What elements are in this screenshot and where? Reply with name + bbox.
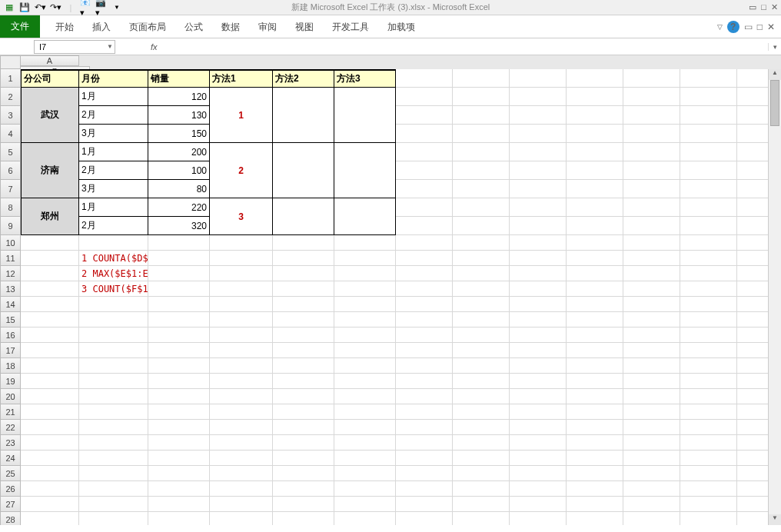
cell-G1[interactable] — [396, 69, 453, 88]
cell-K26[interactable] — [623, 481, 680, 497]
cell-I15[interactable] — [510, 312, 567, 328]
cell-C21[interactable] — [148, 404, 210, 420]
method1-value-2[interactable]: 3 — [210, 198, 273, 235]
row-header-28[interactable]: 28 — [0, 512, 21, 525]
cell-G25[interactable] — [396, 466, 453, 481]
fx-icon[interactable]: fx — [148, 42, 161, 52]
cell-E13[interactable] — [273, 281, 334, 297]
cell-B26[interactable] — [79, 481, 148, 497]
cell-G2[interactable] — [396, 88, 453, 106]
save-icon[interactable]: 💾 — [18, 2, 31, 14]
cell-A26[interactable] — [21, 481, 79, 497]
cell-K21[interactable] — [623, 404, 680, 420]
cell-J13[interactable] — [567, 281, 623, 297]
cell-H7[interactable] — [453, 180, 510, 198]
cell-F14[interactable] — [334, 297, 396, 312]
row-header-4[interactable]: 4 — [0, 125, 21, 143]
cell-I28[interactable] — [510, 512, 567, 525]
cell-G3[interactable] — [396, 106, 453, 125]
cell-G5[interactable] — [396, 143, 453, 161]
cell-D21[interactable] — [210, 404, 273, 420]
ribbon-minimize-icon[interactable]: ▽ — [717, 23, 723, 31]
cell-B10[interactable] — [79, 235, 148, 251]
cell-B20[interactable] — [79, 389, 148, 404]
row-header-6[interactable]: 6 — [0, 161, 21, 180]
cell-L9[interactable] — [680, 217, 737, 235]
row-header-11[interactable]: 11 — [0, 251, 21, 266]
cell-J18[interactable] — [567, 358, 623, 374]
cell-E10[interactable] — [273, 235, 334, 251]
cell-K3[interactable] — [623, 106, 680, 125]
cell-J22[interactable] — [567, 420, 623, 435]
cell-G19[interactable] — [396, 374, 453, 389]
cell-C19[interactable] — [148, 374, 210, 389]
cell-J14[interactable] — [567, 297, 623, 312]
merged-company-1[interactable]: 济南 — [21, 143, 79, 198]
cell-G6[interactable] — [396, 161, 453, 180]
cell-A27[interactable] — [21, 497, 79, 512]
cell-C8[interactable]: 220 — [148, 198, 210, 217]
cell-J12[interactable] — [567, 266, 623, 281]
cell-L13[interactable] — [680, 281, 737, 297]
cell-C18[interactable] — [148, 358, 210, 374]
tab-2[interactable]: 页面布局 — [120, 18, 175, 36]
row-header-27[interactable]: 27 — [0, 497, 21, 512]
cell-F25[interactable] — [334, 466, 396, 481]
cell-I26[interactable] — [510, 481, 567, 497]
cell-K27[interactable] — [623, 497, 680, 512]
cell-F15[interactable] — [334, 312, 396, 328]
cell-J15[interactable] — [567, 312, 623, 328]
cell-A13[interactable] — [21, 281, 79, 297]
cell-H27[interactable] — [453, 497, 510, 512]
cell-A15[interactable] — [21, 312, 79, 328]
cell-L15[interactable] — [680, 312, 737, 328]
cell-J16[interactable] — [567, 328, 623, 343]
cell-J25[interactable] — [567, 466, 623, 481]
cell-G4[interactable] — [396, 125, 453, 143]
cell-D17[interactable] — [210, 343, 273, 358]
cell-L20[interactable] — [680, 389, 737, 404]
cell-B16[interactable] — [79, 328, 148, 343]
maximize-button[interactable]: □ — [761, 2, 766, 12]
cell-G7[interactable] — [396, 180, 453, 198]
cell-C2[interactable]: 120 — [148, 88, 210, 106]
cell-L16[interactable] — [680, 328, 737, 343]
cell-A19[interactable] — [21, 374, 79, 389]
cell-H3[interactable] — [453, 106, 510, 125]
cell-G16[interactable] — [396, 328, 453, 343]
cell-L27[interactable] — [680, 497, 737, 512]
cell-C25[interactable] — [148, 466, 210, 481]
cell-J9[interactable] — [567, 217, 623, 235]
cell-G8[interactable] — [396, 198, 453, 217]
cell-B23[interactable] — [79, 435, 148, 451]
cell-I7[interactable] — [510, 180, 567, 198]
cell-C11[interactable] — [148, 251, 210, 266]
cell-K10[interactable] — [623, 235, 680, 251]
cell-J4[interactable] — [567, 125, 623, 143]
row-header-5[interactable]: 5 — [0, 143, 21, 161]
cell-H25[interactable] — [453, 466, 510, 481]
cell-D26[interactable] — [210, 481, 273, 497]
cell-K1[interactable] — [623, 69, 680, 88]
cell-J27[interactable] — [567, 497, 623, 512]
cell-F26[interactable] — [334, 481, 396, 497]
cell-A28[interactable] — [21, 512, 79, 525]
cell-D20[interactable] — [210, 389, 273, 404]
cell-A21[interactable] — [21, 404, 79, 420]
cell-J2[interactable] — [567, 88, 623, 106]
cell-F19[interactable] — [334, 374, 396, 389]
cell-K23[interactable] — [623, 435, 680, 451]
cell-D18[interactable] — [210, 358, 273, 374]
cell-C4[interactable]: 150 — [148, 125, 210, 143]
cell-C9[interactable]: 320 — [148, 217, 210, 235]
cell-I9[interactable] — [510, 217, 567, 235]
cell-H1[interactable] — [453, 69, 510, 88]
tab-1[interactable]: 插入 — [83, 18, 120, 36]
cell-K15[interactable] — [623, 312, 680, 328]
cell-G23[interactable] — [396, 435, 453, 451]
cell-K16[interactable] — [623, 328, 680, 343]
cell-J7[interactable] — [567, 180, 623, 198]
cell-K22[interactable] — [623, 420, 680, 435]
cell-L24[interactable] — [680, 451, 737, 466]
cell-E20[interactable] — [273, 389, 334, 404]
